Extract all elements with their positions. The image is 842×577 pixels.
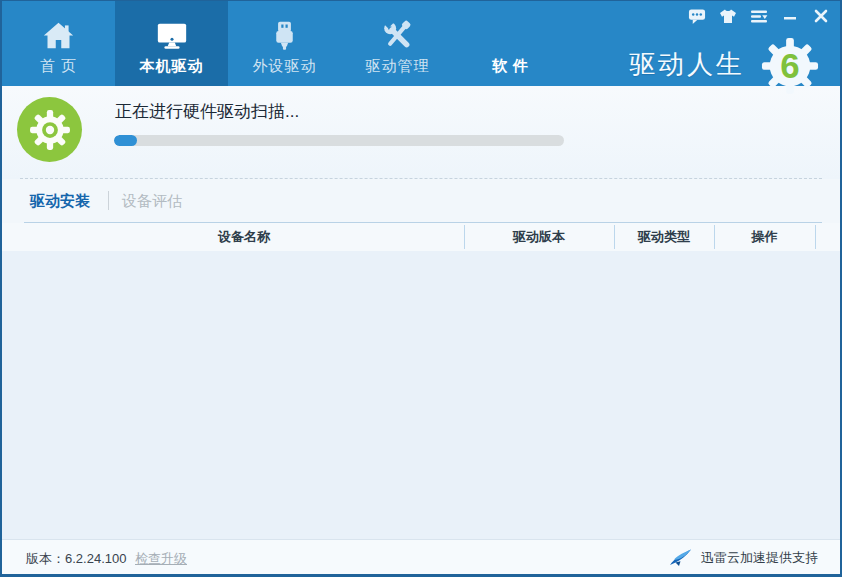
usb-icon bbox=[267, 17, 303, 53]
home-icon bbox=[41, 17, 77, 53]
subtab-bar: 驱动安装 设备评估 bbox=[2, 179, 840, 223]
monitor-icon bbox=[154, 17, 190, 53]
apps-icon bbox=[493, 17, 529, 53]
menu-icon[interactable] bbox=[750, 8, 768, 24]
feedback-icon[interactable] bbox=[688, 8, 706, 24]
scan-progress-bar bbox=[114, 135, 564, 146]
nav-tab-label: 本机驱动 bbox=[140, 57, 204, 76]
scan-status-text: 正在进行硬件驱动扫描... bbox=[115, 100, 299, 123]
sponsor-area: 迅雷云加速提供支持 bbox=[669, 548, 818, 567]
close-icon[interactable] bbox=[812, 8, 830, 24]
col-operation: 操作 bbox=[714, 223, 815, 251]
driver-life-window: 首 页 本机驱动 bbox=[0, 0, 842, 577]
table-body bbox=[2, 251, 840, 539]
nav-tab-driver-management[interactable]: 驱动管理 bbox=[341, 1, 454, 86]
sponsor-text: 迅雷云加速提供支持 bbox=[701, 549, 818, 567]
progress-fill bbox=[114, 135, 137, 146]
minimize-icon[interactable] bbox=[781, 8, 799, 24]
table-header: 设备名称 驱动版本 驱动类型 操作 bbox=[2, 223, 840, 251]
check-update-link[interactable]: 检查升级 bbox=[135, 550, 187, 568]
nav-tab-local-drivers[interactable]: 本机驱动 bbox=[115, 1, 228, 86]
nav-tab-label: 首 页 bbox=[40, 57, 77, 76]
nav-tab-peripheral-drivers[interactable]: 外设驱动 bbox=[228, 1, 341, 86]
skin-icon[interactable] bbox=[719, 8, 737, 24]
titlebar-controls bbox=[688, 8, 830, 24]
nav-tab-label: 驱动管理 bbox=[366, 57, 430, 76]
scan-gear-icon bbox=[17, 97, 82, 162]
subtab-divider bbox=[108, 191, 109, 210]
col-device-name: 设备名称 bbox=[24, 223, 464, 251]
subtab-device-evaluation[interactable]: 设备评估 bbox=[122, 192, 182, 211]
logo-gear-badge: 6 bbox=[760, 37, 820, 95]
column-separator bbox=[815, 225, 816, 249]
col-driver-version: 驱动版本 bbox=[464, 223, 614, 251]
nav-tab-home[interactable]: 首 页 bbox=[2, 1, 115, 86]
subtab-driver-install[interactable]: 驱动安装 bbox=[30, 192, 90, 211]
nav-tabs: 首 页 本机驱动 bbox=[2, 1, 567, 86]
xunlei-bird-icon bbox=[669, 548, 693, 567]
app-logo-text: 驱动人生 bbox=[629, 47, 745, 82]
nav-tab-label: 软 件 bbox=[492, 57, 529, 76]
nav-tab-software[interactable]: 软 件 bbox=[454, 1, 567, 86]
tools-icon bbox=[380, 17, 416, 53]
status-bar: 版本：6.2.24.100 检查升级 迅雷云加速提供支持 bbox=[2, 539, 840, 575]
col-driver-type: 驱动类型 bbox=[614, 223, 714, 251]
top-nav: 首 页 本机驱动 bbox=[2, 1, 840, 86]
nav-tab-label: 外设驱动 bbox=[253, 57, 317, 76]
logo-badge-number: 6 bbox=[780, 46, 799, 85]
version-label: 版本：6.2.24.100 bbox=[26, 550, 126, 568]
